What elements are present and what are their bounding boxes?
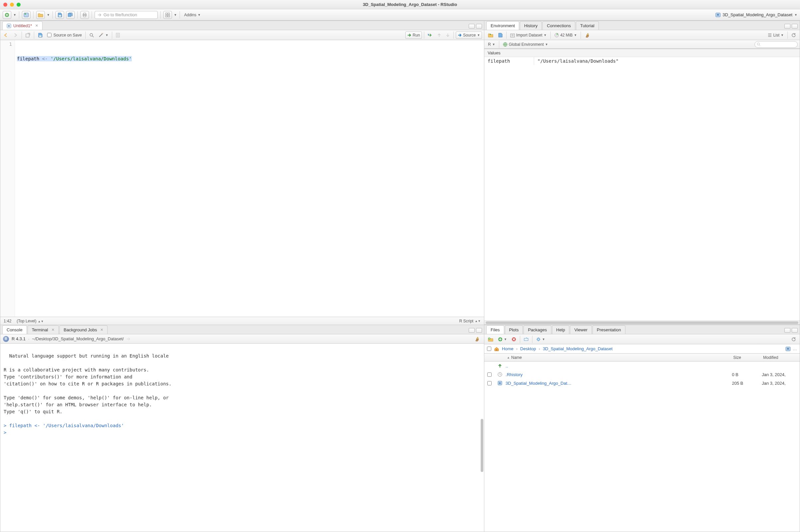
tab-environment[interactable]: Environment bbox=[486, 21, 519, 30]
home-icon[interactable] bbox=[494, 347, 499, 351]
maximize-pane-button[interactable] bbox=[792, 24, 798, 28]
refresh-env-button[interactable] bbox=[790, 32, 798, 39]
open-file-button[interactable] bbox=[36, 11, 45, 19]
breadcrumb-home[interactable]: Home bbox=[502, 346, 513, 351]
breadcrumb-desktop[interactable]: Desktop bbox=[520, 346, 536, 351]
svg-rect-9 bbox=[166, 15, 167, 17]
tab-history[interactable]: History bbox=[520, 21, 542, 30]
nav-back-button[interactable] bbox=[2, 32, 10, 39]
clear-workspace-button[interactable] bbox=[583, 32, 592, 39]
project-menu[interactable]: R 3D_Spatial_Modeling_Argo_Dataset ▼ bbox=[715, 12, 797, 17]
column-name[interactable]: ▲Name bbox=[506, 355, 733, 360]
file-row-updir[interactable]: .. bbox=[484, 362, 800, 370]
go-to-prev-button[interactable] bbox=[436, 32, 443, 39]
language-menu[interactable]: R▼ bbox=[486, 41, 497, 48]
minimize-pane-button[interactable] bbox=[469, 328, 475, 332]
tab-presentation[interactable]: Presentation bbox=[593, 325, 625, 334]
environment-row[interactable]: filepath"/Users/laisalvana/Downloads" bbox=[484, 57, 800, 65]
find-replace-button[interactable] bbox=[88, 32, 96, 39]
workspace-panes-button[interactable] bbox=[163, 11, 172, 19]
maximize-pane-button[interactable] bbox=[476, 328, 482, 332]
more-path-button[interactable]: … bbox=[793, 346, 797, 351]
compile-report-button[interactable] bbox=[114, 32, 122, 39]
popout-icon[interactable] bbox=[126, 337, 130, 341]
maximize-pane-button[interactable] bbox=[476, 24, 482, 28]
minimize-pane-button[interactable] bbox=[784, 328, 790, 332]
code-tools-button[interactable]: ▼ bbox=[97, 32, 110, 39]
addins-menu[interactable]: Addins ▼ bbox=[183, 11, 202, 19]
horizontal-scrollbar[interactable] bbox=[484, 320, 800, 324]
tab-console[interactable]: Console bbox=[2, 325, 27, 334]
file-checkbox[interactable] bbox=[487, 381, 492, 385]
svg-point-2 bbox=[24, 13, 26, 15]
new-blank-file-button[interactable]: ▼ bbox=[496, 336, 509, 343]
source-tab-untitled1[interactable]: R Untitled1* ✕ bbox=[2, 21, 42, 30]
save-source-button[interactable] bbox=[36, 32, 44, 39]
column-size[interactable]: Size bbox=[733, 355, 763, 360]
source-on-save-toggle[interactable]: Source on Save bbox=[46, 32, 83, 39]
save-button[interactable] bbox=[55, 11, 64, 19]
refresh-files-button[interactable] bbox=[790, 336, 798, 343]
r-version-label: R 4.3.1 bbox=[12, 336, 25, 341]
console-output[interactable]: Natural language support but running in … bbox=[0, 344, 484, 532]
rproj-icon[interactable]: R bbox=[785, 347, 791, 351]
file-checkbox[interactable] bbox=[487, 373, 492, 377]
minimize-window-button[interactable] bbox=[10, 3, 14, 7]
close-window-button[interactable] bbox=[3, 3, 7, 7]
print-button[interactable] bbox=[80, 11, 89, 19]
source-on-save-checkbox[interactable] bbox=[47, 33, 52, 37]
delete-file-button[interactable] bbox=[510, 336, 518, 343]
close-tab-button[interactable]: ✕ bbox=[35, 23, 38, 28]
close-tab-button[interactable]: ✕ bbox=[52, 328, 54, 332]
re-run-button[interactable] bbox=[426, 32, 434, 39]
code-editor[interactable]: 1 filepath <- '/Users/laisalvana/Downloa… bbox=[0, 40, 484, 317]
environment-scope-menu[interactable]: Global Environment ▼ bbox=[501, 41, 550, 48]
nav-forward-button[interactable] bbox=[12, 32, 20, 39]
rename-file-button[interactable] bbox=[522, 336, 530, 343]
more-files-button[interactable]: ▼ bbox=[534, 336, 547, 343]
save-workspace-button[interactable] bbox=[496, 32, 504, 39]
tab-terminal[interactable]: Terminal✕ bbox=[28, 325, 59, 334]
tab-packages[interactable]: Packages bbox=[524, 325, 551, 334]
breadcrumb-project[interactable]: 3D_Spatial_Modeling_Argo_Dataset bbox=[543, 346, 613, 351]
import-dataset-button[interactable]: Import Dataset ▼ bbox=[509, 32, 548, 39]
memory-usage-button[interactable]: 42 MiB ▼ bbox=[553, 32, 579, 39]
load-workspace-button[interactable] bbox=[486, 32, 495, 39]
tab-tutorial[interactable]: Tutorial bbox=[576, 21, 599, 30]
tab-connections[interactable]: Connections bbox=[542, 21, 575, 30]
new-project-button[interactable] bbox=[22, 11, 31, 19]
select-all-checkbox[interactable] bbox=[487, 347, 491, 351]
environment-scope-bar: R▼ Global Environment ▼ bbox=[484, 40, 800, 49]
close-tab-button[interactable]: ✕ bbox=[100, 328, 103, 332]
new-folder-button[interactable] bbox=[486, 336, 495, 343]
view-mode-button[interactable]: List ▼ bbox=[766, 32, 785, 39]
file-name[interactable]: .. bbox=[506, 363, 732, 368]
file-name[interactable]: .Rhistory bbox=[506, 372, 732, 377]
tab-background-jobs[interactable]: Background Jobs✕ bbox=[59, 325, 108, 334]
chevron-down-icon[interactable]: ▼ bbox=[174, 13, 177, 17]
tab-help[interactable]: Help bbox=[552, 325, 570, 334]
vertical-scrollbar[interactable] bbox=[481, 419, 483, 472]
file-name[interactable]: 3D_Spatial_Modeling_Argo_Dat… bbox=[506, 381, 732, 386]
tab-viewer[interactable]: Viewer bbox=[570, 325, 592, 334]
maximize-window-button[interactable] bbox=[17, 3, 21, 7]
minimize-pane-button[interactable] bbox=[784, 24, 790, 28]
tab-files[interactable]: Files bbox=[486, 325, 504, 334]
file-type-label[interactable]: R Script bbox=[459, 319, 474, 323]
source-script-button[interactable]: Source ▼ bbox=[456, 32, 482, 39]
environment-search-input[interactable] bbox=[754, 41, 798, 48]
save-all-button[interactable] bbox=[66, 11, 75, 19]
chevron-down-icon[interactable]: ▼ bbox=[47, 13, 50, 17]
run-button[interactable]: Run bbox=[405, 32, 422, 39]
minimize-pane-button[interactable] bbox=[469, 24, 475, 28]
column-modified[interactable]: Modified bbox=[763, 355, 800, 360]
new-file-button[interactable] bbox=[3, 11, 11, 19]
chevron-down-icon[interactable]: ▼ bbox=[13, 13, 16, 17]
clear-console-button[interactable] bbox=[473, 335, 481, 343]
tab-plots[interactable]: Plots bbox=[505, 325, 523, 334]
goto-file-function-input[interactable]: Go to file/function bbox=[95, 11, 158, 19]
maximize-pane-button[interactable] bbox=[792, 328, 798, 332]
show-in-new-window-button[interactable] bbox=[24, 32, 32, 39]
code-scope[interactable]: (Top Level) bbox=[17, 319, 36, 323]
go-to-next-button[interactable] bbox=[444, 32, 452, 39]
